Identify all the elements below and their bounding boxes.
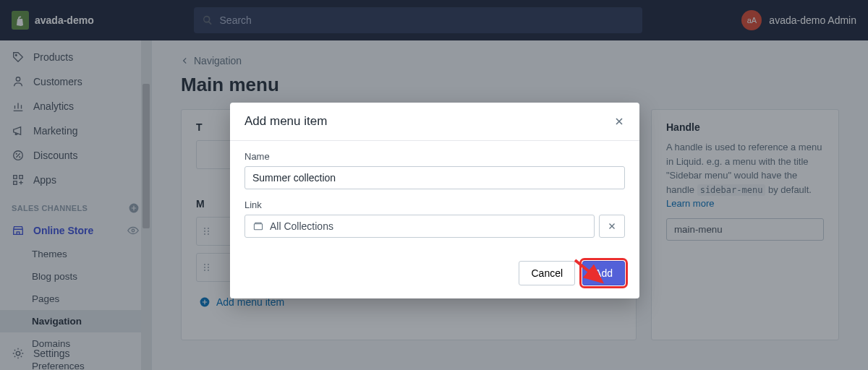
add-menu-item-modal: Add menu item Name Link All Collections …	[230, 103, 639, 298]
link-input[interactable]: All Collections	[244, 215, 595, 238]
name-input[interactable]	[244, 166, 625, 189]
close-icon[interactable]	[613, 116, 625, 127]
add-button[interactable]: Add	[582, 261, 625, 285]
link-label: Link	[244, 199, 625, 210]
name-label: Name	[244, 151, 625, 162]
modal-title: Add menu item	[244, 114, 327, 129]
collections-icon	[252, 220, 264, 232]
cancel-button[interactable]: Cancel	[519, 261, 575, 285]
svg-rect-22	[254, 224, 262, 230]
clear-link-button[interactable]	[599, 215, 625, 238]
